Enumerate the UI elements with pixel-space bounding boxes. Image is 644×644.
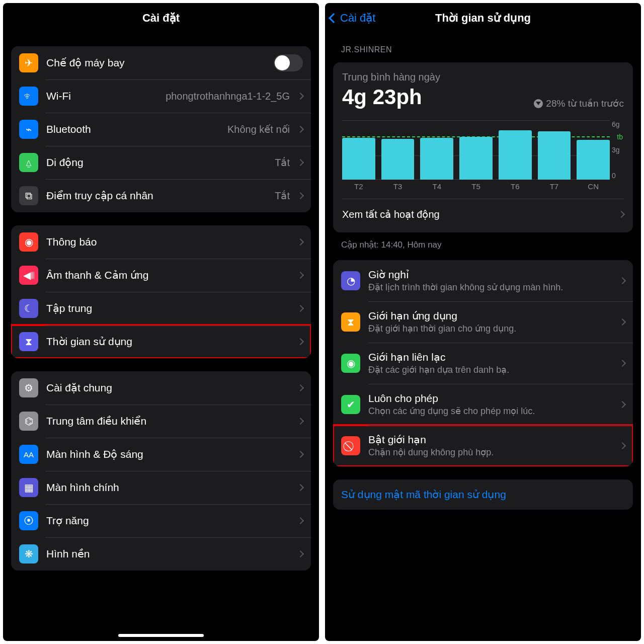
general-label: Cài đặt chung <box>46 382 112 394</box>
wifi-row[interactable]: ᯤWi-Fiphongtrothanhnga1-1-2_5G <box>11 79 311 113</box>
control-center-row[interactable]: ⌬Trung tâm điều khiển <box>11 405 311 438</box>
chevron-right-icon <box>297 484 304 491</box>
chart-bar <box>420 138 453 180</box>
downtime-title: Giờ nghỉ <box>368 269 616 281</box>
screen-time-options: ◔Giờ nghỉĐặt lịch trình thời gian không … <box>333 260 633 466</box>
moon-icon: ☾ <box>19 299 38 318</box>
accessibility-icon: ⦿ <box>19 511 38 530</box>
app-limits-row[interactable]: ⧗Giới hạn ứng dụngĐặt giới hạn thời gian… <box>333 301 633 343</box>
bell-icon: ◉ <box>19 232 38 252</box>
chart-bar <box>577 140 610 180</box>
airplane-toggle[interactable] <box>274 54 303 71</box>
airplane-icon: ✈ <box>19 53 38 72</box>
speaker-icon: ◀⦀ <box>19 266 38 285</box>
screen-time-screen: Cài đặt Thời gian sử dụng JR.SHINREN Tru… <box>325 3 641 641</box>
sounds-label: Âm thanh & Cảm ứng <box>46 269 148 281</box>
gear-icon: ⚙ <box>19 378 38 397</box>
chevron-right-icon <box>297 126 304 133</box>
screen-time-label: Thời gian sử dụng <box>46 336 132 348</box>
chevron-right-icon <box>297 192 304 199</box>
comm-limits-title: Giới hạn liên lạc <box>368 351 616 363</box>
chart-x-label: T7 <box>538 182 571 191</box>
app-limits-subtitle: Đặt giới hạn thời gian cho ứng dụng. <box>368 323 616 334</box>
bluetooth-row[interactable]: ⌁BluetoothKhông kết nối <box>11 113 311 146</box>
chevron-right-icon <box>619 360 626 367</box>
delta-text: 28% từ tuần trước <box>534 98 624 109</box>
focus-label: Tập trung <box>46 302 92 314</box>
notifications-row[interactable]: ◉Thông báo <box>11 225 311 259</box>
hotspot-label: Điểm truy cập cá nhân <box>46 190 153 202</box>
view-all-activity[interactable]: Xem tất cả hoạt động <box>342 199 624 227</box>
avg-label: Trung bình hàng ngày <box>342 71 624 83</box>
arrow-down-icon <box>534 99 543 108</box>
cellular-value: Tắt <box>275 156 294 169</box>
airplane-label: Chế độ máy bay <box>46 57 125 69</box>
downtime-row[interactable]: ◔Giờ nghỉĐặt lịch trình thời gian không … <box>333 260 633 301</box>
content-restrictions-title: Bật giới hạn <box>368 434 616 446</box>
hourglass-icon: ⧗ <box>19 332 38 351</box>
screen-time-content: JR.SHINREN Trung bình hàng ngày 4g 23ph … <box>325 33 641 641</box>
general-row[interactable]: ⚙Cài đặt chung <box>11 371 311 405</box>
chart-bar <box>381 139 415 180</box>
comm-limits-subtitle: Đặt các giới hạn dựa trên danh bạ. <box>368 364 616 375</box>
app-limits-title: Giới hạn ứng dụng <box>368 310 616 322</box>
chevron-right-icon <box>619 318 626 326</box>
content-restrictions-row[interactable]: ⃠Bật giới hạnChặn nội dung không phù hợp… <box>333 425 633 466</box>
accessibility-row[interactable]: ⦿Trợ năng <box>11 504 311 537</box>
back-label: Cài đặt <box>340 12 375 25</box>
home-indicator[interactable] <box>118 634 204 637</box>
chevron-right-icon <box>297 238 304 246</box>
hotspot-row[interactable]: ⧉Điểm truy cập cá nhânTắt <box>11 179 311 212</box>
control-center-label: Trung tâm điều khiển <box>46 415 146 427</box>
settings-content: ✈Chế độ máy bayᯤWi-Fiphongtrothanhnga1-1… <box>3 33 319 641</box>
comm-limits-row[interactable]: ◉Giới hạn liên lạcĐặt các giới hạn dựa t… <box>333 343 633 384</box>
wifi-icon: ᯤ <box>19 87 38 106</box>
contact-icon: ◉ <box>341 354 360 373</box>
chart-bar <box>499 130 532 180</box>
cellular-icon: ⍙ <box>19 153 38 172</box>
chevron-right-icon <box>297 272 304 279</box>
use-passcode-link[interactable]: Sử dụng mật mã thời gian sử dụng <box>333 479 633 510</box>
airplane-row[interactable]: ✈Chế độ máy bay <box>11 46 311 79</box>
wallpaper-icon: ❋ <box>19 544 38 564</box>
always-allowed-subtitle: Chọn các ứng dụng sẽ cho phép mọi lúc. <box>368 406 616 417</box>
downtime-subtitle: Đặt lịch trình thời gian không sử dụng m… <box>368 282 616 293</box>
chevron-right-icon <box>619 442 626 449</box>
chart-y-label: 3g <box>612 146 624 154</box>
chart-x-label: T6 <box>499 182 532 191</box>
back-button[interactable]: Cài đặt <box>330 12 375 25</box>
chevron-right-icon <box>297 384 304 391</box>
always-allowed-row[interactable]: ✔Luôn cho phépChọn các ứng dụng sẽ cho p… <box>333 384 633 425</box>
home-screen-row[interactable]: ▦Màn hình chính <box>11 471 311 504</box>
text-size-icon: AA <box>19 445 38 464</box>
switches-icon: ⌬ <box>19 412 38 431</box>
screen-time-row[interactable]: ⧗Thời gian sử dụng <box>11 325 311 358</box>
settings-group-network: ✈Chế độ máy bayᯤWi-Fiphongtrothanhnga1-1… <box>11 46 311 212</box>
chart-x-label: T4 <box>420 182 453 191</box>
updated-text: Cập nhật: 14:40, Hôm nay <box>333 232 633 250</box>
chart-x-label: CN <box>577 182 610 191</box>
hotspot-icon: ⧉ <box>19 186 38 205</box>
wallpaper-row[interactable]: ❋Hình nền <box>11 537 311 571</box>
notifications-label: Thông báo <box>46 236 97 248</box>
chevron-right-icon <box>297 451 304 458</box>
chevron-right-icon <box>297 159 304 166</box>
usage-card: Trung bình hàng ngày 4g 23ph 28% từ tuần… <box>333 62 633 232</box>
chevron-right-icon <box>297 517 304 524</box>
chart-bar <box>538 131 571 180</box>
owner-label: JR.SHINREN <box>333 33 633 58</box>
sounds-row[interactable]: ◀⦀Âm thanh & Cảm ứng <box>11 259 311 292</box>
bluetooth-value: Không kết nối <box>227 123 294 135</box>
display-row[interactable]: AAMàn hình & Độ sáng <box>11 438 311 471</box>
chevron-left-icon <box>329 13 339 23</box>
page-title: Thời gian sử dụng <box>435 12 531 25</box>
chevron-right-icon <box>297 550 304 557</box>
chevron-right-icon <box>297 93 304 100</box>
bluetooth-label: Bluetooth <box>46 123 91 135</box>
always-allowed-title: Luôn cho phép <box>368 392 616 405</box>
chevron-right-icon <box>618 211 625 218</box>
page-title: Cài đặt <box>142 12 180 25</box>
cellular-row[interactable]: ⍙Di độngTắt <box>11 146 311 179</box>
avg-value: 4g 23ph <box>342 85 422 109</box>
focus-row[interactable]: ☾Tập trung <box>11 292 311 325</box>
